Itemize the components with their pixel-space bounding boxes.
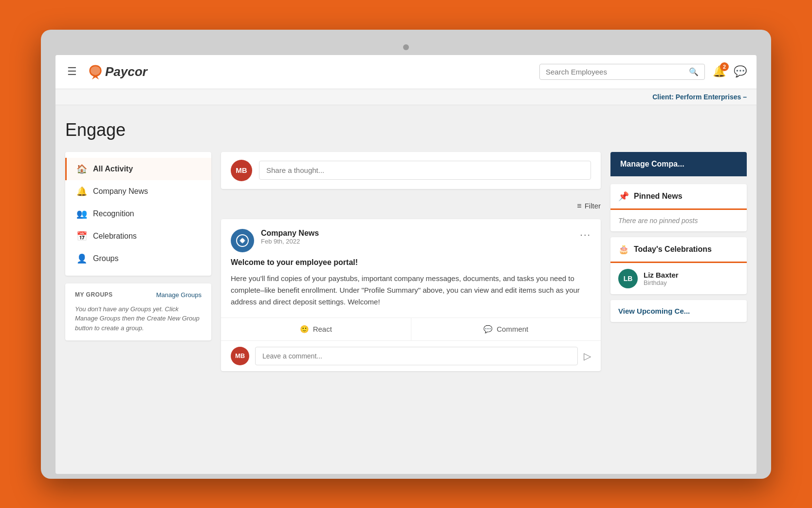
company-news-icon (236, 234, 249, 247)
pinned-news-title: Pinned News (634, 192, 683, 201)
nav-icons: 🔔 2 💬 (713, 65, 747, 78)
manage-groups-link[interactable]: Manage Groups (156, 291, 202, 299)
celebrations-header: 🎂 Today's Celebrations (610, 237, 747, 263)
search-icon: 🔍 (689, 68, 699, 76)
client-label: Client: (652, 93, 674, 101)
bell-outline-icon: 🔔 (76, 186, 87, 197)
laptop-frame: ☰ Paycor 🔍 🔔 2 (41, 30, 771, 479)
search-bar: 🔍 (539, 64, 705, 80)
post-composer: MB (221, 152, 601, 189)
react-button[interactable]: 🙂 React (221, 318, 411, 340)
notification-badge: 2 (720, 62, 729, 71)
left-sidebar: 🏠 All Activity 🔔 Company News 👥 Recognit… (65, 152, 211, 371)
messages-button[interactable]: 💬 (734, 65, 747, 78)
paycor-logo-icon (87, 63, 104, 80)
my-groups-label: MY GROUPS (75, 291, 113, 298)
person-icon: 👤 (76, 253, 87, 264)
post-title: Welcome to your employee portal! (231, 258, 591, 267)
post-card: Company News Feb 9th, 2022 ··· Welcome t… (221, 219, 601, 371)
paycor-logo-text: Paycor (105, 64, 148, 79)
celebrations-panel: 🎂 Today's Celebrations LB Liz Baxter Bir… (610, 237, 747, 294)
composer-avatar: MB (231, 160, 252, 181)
top-nav: ☰ Paycor 🔍 🔔 2 (55, 55, 757, 89)
hamburger-icon: ☰ (67, 65, 77, 77)
celebration-name: Liz Baxter (644, 271, 679, 279)
screen: ☰ Paycor 🔍 🔔 2 (55, 55, 757, 474)
calendar-icon: 📅 (76, 231, 87, 242)
sidebar-item-label: Company News (93, 187, 148, 196)
filter-icon: ≡ (577, 202, 581, 210)
celebration-item: LB Liz Baxter Birthday (610, 263, 747, 294)
sidebar-item-label: Groups (93, 254, 118, 263)
celebration-type: Birthday (644, 279, 679, 286)
pin-icon: 📌 (618, 191, 629, 202)
manage-company-button[interactable]: Manage Compa... (610, 152, 747, 176)
filter-bar: ≡ Filter (221, 197, 601, 215)
post-meta: Company News Feb 9th, 2022 (261, 229, 573, 245)
sidebar-item-all-activity[interactable]: 🏠 All Activity (65, 158, 211, 180)
celebrations-icon: 🎂 (618, 244, 629, 255)
client-bar: Client: Perform Enterprises – (55, 89, 757, 105)
people-icon: 👥 (76, 208, 87, 219)
paycor-logo: Paycor (87, 63, 148, 80)
content-wrapper: 🏠 All Activity 🔔 Company News 👥 Recognit… (65, 152, 747, 371)
composer-input[interactable] (259, 161, 591, 180)
svg-point-1 (240, 239, 244, 243)
react-label: React (313, 325, 332, 333)
post-text: Here you'll find copies of your paystubs… (231, 273, 591, 308)
main-content: Engage 🏠 All Activity 🔔 Company News (55, 105, 757, 381)
pinned-empty-text: There are no pinned posts (618, 217, 739, 225)
my-groups-section: MY GROUPS Manage Groups You don't have a… (65, 283, 211, 341)
sidebar-nav: 🏠 All Activity 🔔 Company News 👥 Recognit… (65, 152, 211, 276)
page-title: Engage (65, 120, 747, 140)
post-author: Company News (261, 229, 573, 238)
post-actions: 🙂 React 💬 Comment (221, 318, 601, 340)
post-avatar (231, 229, 254, 252)
emoji-icon: 🙂 (300, 325, 309, 334)
pinned-news-header: 📌 Pinned News (610, 184, 747, 210)
filter-label: Filter (585, 202, 601, 210)
send-icon: ▷ (584, 351, 591, 361)
sidebar-item-label: All Activity (93, 165, 133, 173)
celebration-avatar: LB (618, 269, 638, 288)
my-groups-empty-text: You don't have any Groups yet. Click Man… (75, 304, 202, 333)
pinned-news-panel: 📌 Pinned News There are no pinned posts (610, 184, 747, 231)
center-feed: MB ≡ Filter (221, 152, 601, 371)
view-upcoming-button[interactable]: View Upcoming Ce... (610, 300, 747, 322)
filter-button[interactable]: ≡ Filter (577, 202, 601, 210)
sidebar-item-label: Celebrations (93, 232, 137, 241)
celebration-info: Liz Baxter Birthday (644, 271, 679, 286)
post-date: Feb 9th, 2022 (261, 238, 573, 245)
comment-label: Comment (497, 325, 528, 333)
menu-button[interactable]: ☰ (65, 63, 79, 80)
comment-button[interactable]: 💬 Comment (411, 318, 601, 340)
post-header: Company News Feb 9th, 2022 ··· (221, 219, 601, 258)
comment-submit-button[interactable]: ▷ (584, 350, 591, 362)
celebrations-title: Today's Celebrations (634, 245, 712, 254)
chat-icon: 💬 (734, 65, 747, 77)
search-button[interactable]: 🔍 (689, 67, 699, 76)
notifications-button[interactable]: 🔔 2 (713, 65, 726, 78)
post-body: Welcome to your employee portal! Here yo… (221, 258, 601, 318)
sidebar-item-celebrations[interactable]: 📅 Celebrations (65, 225, 211, 247)
search-input[interactable] (546, 68, 689, 76)
camera (403, 44, 409, 50)
sidebar-item-groups[interactable]: 👤 Groups (65, 247, 211, 270)
my-groups-header: MY GROUPS Manage Groups (75, 291, 202, 299)
home-icon: 🏠 (76, 164, 87, 174)
post-menu-button[interactable]: ··· (580, 229, 591, 240)
sidebar-item-label: Recognition (93, 209, 134, 218)
client-name[interactable]: Perform Enterprises – (676, 93, 747, 101)
comment-section: MB ▷ (221, 340, 601, 371)
comment-input[interactable] (255, 347, 578, 365)
right-sidebar: Manage Compa... 📌 Pinned News There are … (610, 152, 747, 371)
comment-avatar: MB (231, 347, 249, 365)
sidebar-item-company-news[interactable]: 🔔 Company News (65, 180, 211, 203)
comment-icon: 💬 (483, 325, 493, 334)
pinned-news-body: There are no pinned posts (610, 210, 747, 231)
sidebar-item-recognition[interactable]: 👥 Recognition (65, 203, 211, 225)
